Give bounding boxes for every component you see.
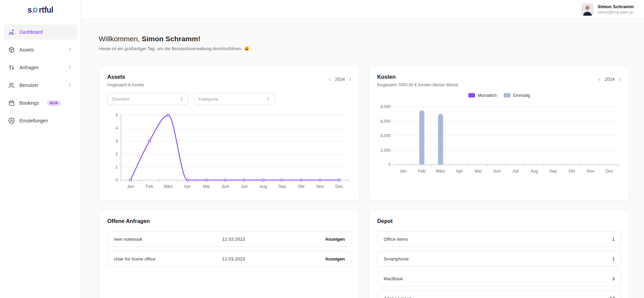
request-date: 12.03.2023 xyxy=(222,237,325,242)
depot-label: MacBook xyxy=(384,276,403,281)
svg-text:Mai: Mai xyxy=(474,169,481,174)
assets-year-nav: ‹ 2024 › xyxy=(329,76,351,82)
request-row: new notebook 12.03.2023 Anzeigen xyxy=(107,231,351,247)
next-year-button[interactable]: › xyxy=(349,76,351,82)
assets-line-chart: 012345JanFebMärzAprMaiJuniJuliAugSepOktN… xyxy=(107,110,351,192)
svg-text:März: März xyxy=(436,169,445,174)
cards-row-2: Offene Anfragen new notebook 12.03.2023 … xyxy=(99,210,630,298)
svg-text:Dez: Dez xyxy=(335,184,343,189)
year-label: 2024 xyxy=(335,77,345,82)
svg-text:Mai: Mai xyxy=(203,184,210,189)
legend-item-einmalig: Einmalig xyxy=(504,93,530,98)
user-email: simon@my-sam.io xyxy=(597,10,634,15)
svg-text:3: 3 xyxy=(115,139,118,144)
select-chevrons-icon xyxy=(266,97,271,102)
legend-item-monatlich: Monatlich xyxy=(468,93,497,98)
depot-row[interactable]: MacBook 3 xyxy=(377,271,622,286)
welcome-prefix: Willkommen, xyxy=(99,35,140,43)
content: Willkommen, Simon Schramm! Heute ist ein… xyxy=(81,19,644,298)
user-menu[interactable]: Simon Schramm simon@my-sam.io xyxy=(581,3,634,16)
welcome-name: Simon Schramm! xyxy=(142,35,201,43)
kosten-legend: Monatlich Einmalig xyxy=(377,93,622,98)
svg-text:1: 1 xyxy=(115,165,118,169)
request-name: new notebook xyxy=(114,237,222,242)
svg-text:Jan: Jan xyxy=(399,169,406,174)
depot-label: Adobe Lizenz xyxy=(384,296,412,298)
einmalig-color-chip xyxy=(504,93,511,98)
kosten-card-subtitle: Insgesamt 7000,00 € Kosten diesen Monat xyxy=(377,83,458,87)
svg-text:2,000: 2,000 xyxy=(380,148,391,153)
kosten-card-title: Kosten xyxy=(377,74,458,80)
depot-count: 3 xyxy=(612,276,615,281)
sidebar-item-benutzer[interactable]: Benutzer xyxy=(4,78,77,93)
assets-card: Assets Insgesamt 8 Assets ‹ 2024 › Stand… xyxy=(99,65,360,201)
gear-icon xyxy=(8,117,15,124)
svg-text:Aug: Aug xyxy=(530,169,538,174)
calendar-icon xyxy=(8,100,15,106)
svg-text:Juni: Juni xyxy=(493,169,501,174)
depot-count: 1 xyxy=(612,256,615,262)
brand-text-left: s xyxy=(28,5,32,15)
package-icon xyxy=(8,46,15,53)
svg-text:8,000: 8,000 xyxy=(380,104,391,109)
svg-text:Feb: Feb xyxy=(146,184,153,189)
next-year-button[interactable]: › xyxy=(619,76,621,82)
kosten-card: Kosten Insgesamt 7000,00 € Kosten diesen… xyxy=(369,65,630,201)
sidebar-item-einstellungen[interactable]: Einstellungen xyxy=(4,113,77,128)
svg-text:März: März xyxy=(163,184,173,189)
topbar: Simon Schramm simon@my-sam.io xyxy=(81,0,644,19)
sidebar-item-label: Bookings xyxy=(19,100,39,106)
sidebar-item-label: Anfragen xyxy=(19,65,39,70)
anzeigen-button[interactable]: Anzeigen xyxy=(325,256,345,262)
depot-row[interactable]: Office items 1 xyxy=(377,231,622,247)
arrows-sort-icon xyxy=(8,64,15,71)
depot-card-title: Depot xyxy=(377,218,622,224)
depot-label: Smartphone xyxy=(384,256,409,262)
svg-text:6,000: 6,000 xyxy=(380,119,391,124)
brand-logo[interactable]: s rtful xyxy=(28,5,53,15)
svg-text:Apr: Apr xyxy=(456,169,462,174)
prev-year-button[interactable]: ‹ xyxy=(598,76,600,82)
cards-row-1: Assets Insgesamt 8 Assets ‹ 2024 › Stand… xyxy=(99,65,630,201)
svg-text:Dez: Dez xyxy=(605,169,613,174)
svg-text:Juli: Juli xyxy=(241,184,248,189)
assets-card-subtitle: Insgesamt 8 Assets xyxy=(107,83,144,87)
brand-o-mark xyxy=(32,7,38,14)
new-badge: NEW xyxy=(47,100,61,106)
depot-row[interactable]: Adobe Lizenz 17 xyxy=(377,290,622,298)
kategorie-select[interactable]: Kategorie xyxy=(194,93,275,105)
sidebar-item-assets[interactable]: Assets xyxy=(4,42,77,57)
logo-row: s rtful xyxy=(0,0,81,20)
assets-filters: Standort Kategorie xyxy=(107,93,351,105)
standort-select[interactable]: Standort xyxy=(107,93,188,105)
svg-text:Feb: Feb xyxy=(418,169,425,174)
grinning-emoji-icon xyxy=(244,46,249,51)
svg-text:Juli: Juli xyxy=(512,169,519,174)
page-title: Willkommen, Simon Schramm! xyxy=(99,35,630,43)
sidebar-nav: Dashboard Assets Anfragen Benutzer xyxy=(0,20,81,133)
svg-text:Nov: Nov xyxy=(586,169,594,174)
anfragen-list: new notebook 12.03.2023 Anzeigen chair f… xyxy=(107,231,351,267)
depot-count: 17 xyxy=(610,296,615,298)
svg-text:Aug: Aug xyxy=(260,184,267,189)
avatar xyxy=(581,3,594,16)
request-row: chair for home office 12.03.2023 Anzeige… xyxy=(107,251,351,267)
svg-text:0: 0 xyxy=(388,162,391,167)
kosten-bar-chart: 02,0004,0006,0008,000JanFebMärzAprMaiJun… xyxy=(377,103,622,176)
sidebar-item-bookings[interactable]: Bookings NEW xyxy=(4,95,77,110)
depot-card: Depot Office items 1 Smartphone 1 MacBoo… xyxy=(369,210,630,298)
sidebar-item-anfragen[interactable]: Anfragen xyxy=(4,60,77,75)
chevron-right-icon xyxy=(67,47,73,53)
anfragen-card: Offene Anfragen new notebook 12.03.2023 … xyxy=(99,210,360,298)
depot-row[interactable]: Smartphone 1 xyxy=(377,251,622,267)
users-icon xyxy=(8,82,15,89)
anzeigen-button[interactable]: Anzeigen xyxy=(325,237,345,242)
prev-year-button[interactable]: ‹ xyxy=(329,76,331,82)
sidebar-item-dashboard[interactable]: Dashboard xyxy=(4,25,77,40)
svg-text:4: 4 xyxy=(115,126,118,131)
svg-text:Apr: Apr xyxy=(184,184,190,189)
brand-text-right: rtful xyxy=(39,5,53,15)
monatlich-color-chip xyxy=(468,93,475,98)
sidebar-item-label: Assets xyxy=(19,47,34,53)
svg-text:Sep: Sep xyxy=(278,184,286,189)
